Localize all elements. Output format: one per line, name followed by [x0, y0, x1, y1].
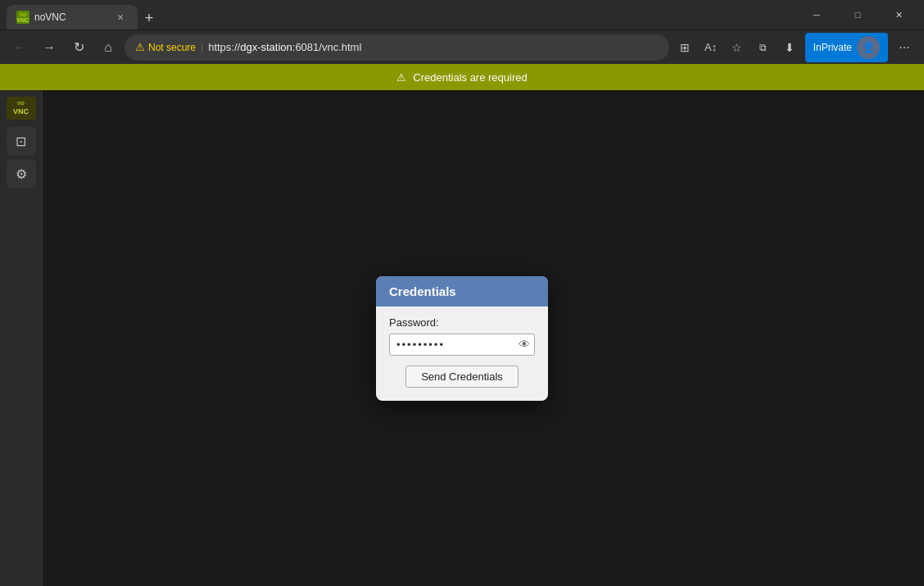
favorites-button[interactable]: ☆ [725, 35, 750, 60]
banner-warning-icon: ⚠ [396, 71, 406, 84]
active-tab[interactable]: no VNC noVNC × [7, 5, 138, 30]
dialog-title: Credentials [389, 284, 456, 298]
nav-bar: ← → ↻ ⌂ ⚠ Not secure | https://dgx-stati… [0, 30, 924, 64]
back-button[interactable]: ← [7, 34, 33, 61]
security-indicator: ⚠ Not secure [135, 41, 196, 53]
url-host: dgx-station [240, 41, 292, 53]
title-bar: no VNC noVNC × + ─ □ ✕ [0, 0, 924, 30]
download-button[interactable]: ⬇ [777, 35, 802, 60]
main-content: no VNC ⊡ ⚙ Credentials Password: [0, 90, 924, 586]
credentials-dialog: Credentials Password: 👁 Send Credentials [376, 276, 548, 401]
tab-close-button[interactable]: × [113, 10, 128, 25]
warning-icon: ⚠ [135, 41, 145, 53]
profile-avatar: 👤 [857, 36, 880, 59]
tab-favicon: no VNC [16, 11, 29, 24]
not-secure-label: Not secure [148, 42, 196, 53]
send-credentials-button[interactable]: Send Credentials [405, 366, 519, 388]
url-port-path: :6081/vnc.html [292, 41, 362, 53]
more-options-button[interactable]: ··· [891, 34, 917, 61]
url-text: https://dgx-station:6081/vnc.html [208, 41, 658, 53]
address-bar[interactable]: ⚠ Not secure | https://dgx-station:6081/… [125, 34, 669, 61]
nav-icons: ⊞ A↕ ☆ ⧉ ⬇ [673, 35, 802, 60]
window-controls: ─ □ ✕ [798, 2, 917, 28]
toggle-password-icon[interactable]: 👁 [519, 338, 530, 351]
grid-icon-button[interactable]: ⊞ [673, 35, 697, 60]
dialog-overlay: Credentials Password: 👁 Send Credentials [0, 90, 924, 586]
minimize-button[interactable]: ─ [798, 2, 836, 28]
collections-button[interactable]: ⧉ [751, 35, 776, 60]
new-tab-button[interactable]: + [138, 7, 161, 30]
close-button[interactable]: ✕ [880, 2, 917, 28]
credentials-banner: ⚠ Credentials are required [0, 64, 924, 90]
url-scheme: https:// [208, 41, 240, 53]
forward-button[interactable]: → [36, 34, 62, 61]
browser-window: no VNC noVNC × + ─ □ ✕ ← → ↻ ⌂ ⚠ Not sec… [0, 0, 924, 586]
tab-area: no VNC noVNC × + [7, 0, 795, 30]
banner-text: Credentials are required [413, 71, 527, 84]
inprivate-button[interactable]: InPrivate 👤 [805, 33, 888, 62]
refresh-button[interactable]: ↻ [66, 34, 92, 61]
dialog-body: Password: 👁 [376, 307, 548, 366]
home-button[interactable]: ⌂ [95, 34, 121, 61]
font-icon-button[interactable]: A↕ [699, 35, 723, 60]
dialog-header: Credentials [376, 276, 548, 307]
password-input-wrapper: 👁 [389, 334, 535, 356]
url-separator: | [201, 42, 203, 53]
tab-title: noVNC [34, 11, 66, 23]
password-label: Password: [389, 316, 535, 329]
password-input[interactable] [389, 334, 535, 356]
inprivate-label: InPrivate [813, 42, 852, 53]
maximize-button[interactable]: □ [839, 2, 876, 28]
